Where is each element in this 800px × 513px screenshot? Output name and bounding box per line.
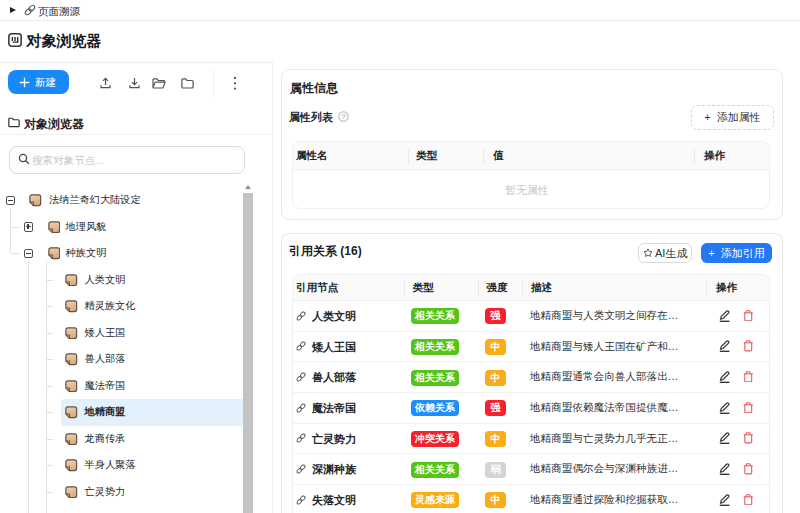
svg-text:?: ? bbox=[341, 113, 345, 120]
